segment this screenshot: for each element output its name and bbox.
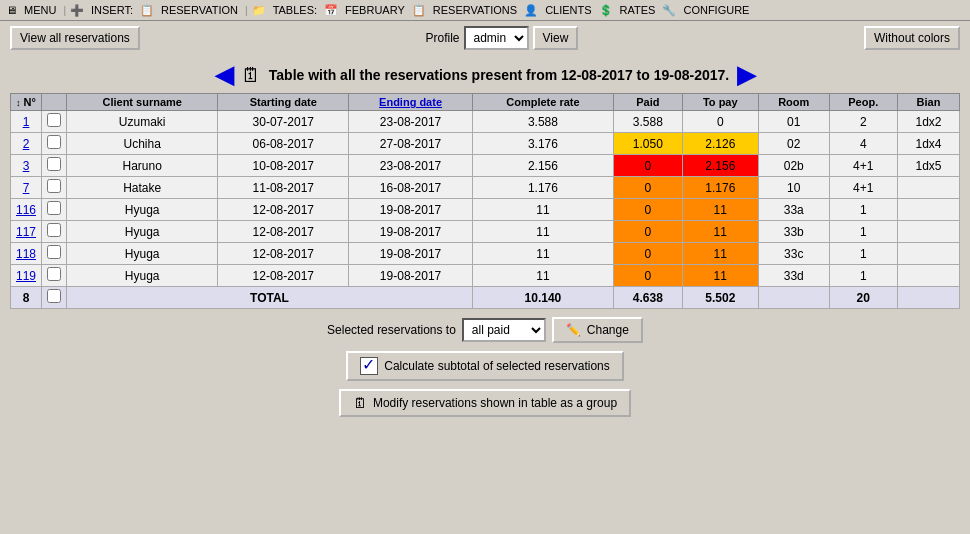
total-rate: 10.140 bbox=[472, 287, 613, 309]
table-row: 1 Uzumaki 30-07-2017 23-08-2017 3.588 3.… bbox=[11, 111, 960, 133]
row-end: 27-08-2017 bbox=[349, 133, 473, 155]
row-bian: 1dx4 bbox=[898, 133, 960, 155]
view-button[interactable]: View bbox=[533, 26, 579, 50]
row-id[interactable]: 117 bbox=[11, 221, 42, 243]
next-arrow[interactable]: ▶ bbox=[737, 61, 755, 89]
row-id[interactable]: 7 bbox=[11, 177, 42, 199]
menu-item-reservation[interactable]: RESERVATION bbox=[158, 3, 241, 17]
row-id[interactable]: 3 bbox=[11, 155, 42, 177]
row-checkbox[interactable] bbox=[47, 179, 61, 193]
row-paid: 1.050 bbox=[614, 133, 683, 155]
menu-item-reservations[interactable]: RESERVATIONS bbox=[430, 3, 520, 17]
payment-status-select[interactable]: all paidall unpaidall bbox=[462, 318, 546, 342]
row-rate: 2.156 bbox=[472, 155, 613, 177]
row-people: 1 bbox=[829, 243, 898, 265]
total-check bbox=[42, 287, 67, 309]
row-paid: 0 bbox=[614, 221, 683, 243]
row-surname: Hyuga bbox=[67, 265, 218, 287]
modify-icon: 🗓 bbox=[353, 395, 367, 411]
change-control: Selected reservations to all paidall unp… bbox=[327, 317, 643, 343]
change-button[interactable]: ✏️ Change bbox=[552, 317, 643, 343]
menu-item-configure[interactable]: CONFIGURE bbox=[680, 3, 752, 17]
menu-item-rates[interactable]: RATES bbox=[617, 3, 659, 17]
row-people: 4 bbox=[829, 133, 898, 155]
row-room: 33d bbox=[758, 265, 829, 287]
row-people: 2 bbox=[829, 111, 898, 133]
row-start: 12-08-2017 bbox=[218, 265, 349, 287]
modify-group-button[interactable]: 🗓 Modify reservations shown in table as … bbox=[339, 389, 631, 417]
calc-subtotal-button[interactable]: ✓ Calculate subtotal of selected reserva… bbox=[346, 351, 623, 381]
row-topay: 2.126 bbox=[682, 133, 758, 155]
row-paid: 0 bbox=[614, 243, 683, 265]
table-row: 2 Uchiha 06-08-2017 27-08-2017 3.176 1.0… bbox=[11, 133, 960, 155]
tables-icon: 📁 bbox=[252, 4, 266, 17]
clients-icon: 👤 bbox=[524, 4, 538, 17]
table-row: 118 Hyuga 12-08-2017 19-08-2017 11 0 11 … bbox=[11, 243, 960, 265]
row-start: 30-07-2017 bbox=[218, 111, 349, 133]
without-colors-button[interactable]: Without colors bbox=[864, 26, 960, 50]
configure-icon: 🔧 bbox=[662, 4, 676, 17]
menubar: 🖥 MENU | ➕ INSERT: 📋 RESERVATION | 📁 TAB… bbox=[0, 0, 970, 21]
page-title: Table with all the reservations present … bbox=[269, 67, 729, 83]
col-header-end[interactable]: Ending date bbox=[349, 94, 473, 111]
title-area: ◀ 🗓 Table with all the reservations pres… bbox=[0, 55, 970, 93]
row-checkbox[interactable] bbox=[47, 201, 61, 215]
row-checkbox-cell bbox=[42, 155, 67, 177]
row-id[interactable]: 2 bbox=[11, 133, 42, 155]
menu-item-insert[interactable]: INSERT: bbox=[88, 3, 136, 17]
row-room: 02 bbox=[758, 133, 829, 155]
row-topay: 11 bbox=[682, 199, 758, 221]
row-rate: 11 bbox=[472, 199, 613, 221]
col-header-people: Peop. bbox=[829, 94, 898, 111]
row-surname: Uchiha bbox=[67, 133, 218, 155]
row-end: 19-08-2017 bbox=[349, 243, 473, 265]
total-bian bbox=[898, 287, 960, 309]
menu-item-clients[interactable]: CLIENTS bbox=[542, 3, 594, 17]
view-all-button[interactable]: View all reservations bbox=[10, 26, 140, 50]
menu-item-menu[interactable]: MENU bbox=[21, 3, 59, 17]
row-checkbox-cell bbox=[42, 111, 67, 133]
row-checkbox[interactable] bbox=[47, 113, 61, 127]
row-room: 33a bbox=[758, 199, 829, 221]
row-checkbox[interactable] bbox=[47, 223, 61, 237]
prev-arrow[interactable]: ◀ bbox=[215, 61, 233, 89]
row-checkbox[interactable] bbox=[47, 135, 61, 149]
row-rate: 11 bbox=[472, 221, 613, 243]
row-id[interactable]: 1 bbox=[11, 111, 42, 133]
total-checkbox[interactable] bbox=[47, 289, 61, 303]
row-id[interactable]: 119 bbox=[11, 265, 42, 287]
col-header-bian: Bian bbox=[898, 94, 960, 111]
col-header-paid: Paid bbox=[614, 94, 683, 111]
row-id[interactable]: 116 bbox=[11, 199, 42, 221]
row-start: 11-08-2017 bbox=[218, 177, 349, 199]
row-end: 16-08-2017 bbox=[349, 177, 473, 199]
row-checkbox[interactable] bbox=[47, 267, 61, 281]
row-bian: 1dx5 bbox=[898, 155, 960, 177]
total-topay: 5.502 bbox=[682, 287, 758, 309]
row-room: 33c bbox=[758, 243, 829, 265]
row-start: 12-08-2017 bbox=[218, 199, 349, 221]
pencil-icon: ✏️ bbox=[566, 323, 581, 337]
row-rate: 11 bbox=[472, 243, 613, 265]
row-paid: 0 bbox=[614, 199, 683, 221]
profile-select[interactable]: admin bbox=[464, 26, 529, 50]
row-people: 4+1 bbox=[829, 155, 898, 177]
row-checkbox[interactable] bbox=[47, 157, 61, 171]
row-end: 23-08-2017 bbox=[349, 111, 473, 133]
col-header-num: ↕ N° bbox=[11, 94, 42, 111]
row-paid: 0 bbox=[614, 155, 683, 177]
menu-item-february[interactable]: FEBRUARY bbox=[342, 3, 408, 17]
row-rate: 3.176 bbox=[472, 133, 613, 155]
row-id[interactable]: 118 bbox=[11, 243, 42, 265]
profile-label: Profile bbox=[425, 31, 459, 45]
table-container: ↕ N° Client surname Starting date Ending… bbox=[0, 93, 970, 309]
row-topay: 2.156 bbox=[682, 155, 758, 177]
total-paid: 4.638 bbox=[614, 287, 683, 309]
menu-item-tables[interactable]: TABLES: bbox=[270, 3, 320, 17]
february-icon: 📅 bbox=[324, 4, 338, 17]
row-paid: 3.588 bbox=[614, 111, 683, 133]
row-end: 19-08-2017 bbox=[349, 221, 473, 243]
row-checkbox[interactable] bbox=[47, 245, 61, 259]
col-header-room: Room bbox=[758, 94, 829, 111]
row-surname: Hyuga bbox=[67, 221, 218, 243]
